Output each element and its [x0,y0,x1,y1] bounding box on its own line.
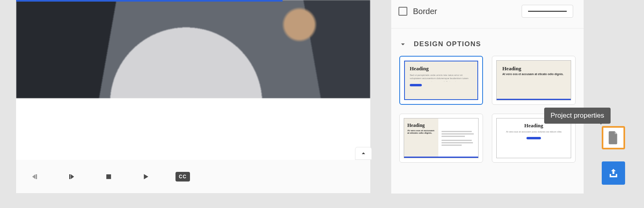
thumb-subtitle: At vero eos et accusam justo dolores ea … [502,131,565,133]
border-row: Border [391,0,584,29]
cc-icon: CC [175,172,190,181]
play-button[interactable] [138,169,153,184]
transport-bar: CC [16,160,370,193]
step-forward-button[interactable] [64,169,79,184]
design-option-2[interactable]: Heading At vero eos et accusam at eticat… [492,56,576,105]
selection-indicator [16,0,283,2]
project-properties-button[interactable] [602,126,625,149]
design-option-thumb: Heading At vero eos et accusam justo dol… [496,118,571,158]
thumb-underline [497,99,571,100]
border-style-line [528,11,567,12]
border-style-dropdown[interactable] [522,5,573,18]
thumb-button [526,137,541,139]
step-forward-icon [67,172,76,181]
slide-image-content [16,0,370,98]
share-button[interactable] [602,161,625,185]
design-options-title: DESIGN OPTIONS [414,40,481,48]
slide-image [16,0,370,98]
thumb-heading: Heading [407,122,435,128]
thumb-button [410,84,422,86]
border-option: Border [398,7,437,16]
stop-button[interactable] [101,169,116,184]
properties-panel: Border DESIGN OPTIONS Heading Sed ut per… [391,0,584,194]
svg-rect-2 [106,174,111,179]
slide-preview-area: CC [16,0,370,193]
svg-rect-0 [36,174,37,179]
thumb-heading: Heading [410,65,473,72]
play-icon [141,172,150,181]
thumb-heading: Heading [502,65,565,72]
right-rail: Project properties [590,95,625,185]
svg-rect-1 [69,174,70,179]
design-option-1[interactable]: Heading Sed ut perspiciatis unde omnis i… [399,56,483,105]
project-properties-tooltip: Project properties [544,108,611,124]
thumb-subtitle: At vero eos et accusam at eticato odio d… [502,73,565,75]
design-option-thumb: Heading At vero eos et accusam at eticat… [404,118,479,158]
document-icon [608,131,619,145]
tooltip-text: Project properties [551,112,604,119]
border-label: Border [413,7,437,16]
border-checkbox[interactable] [398,7,407,16]
stop-icon [105,173,113,181]
thumb-text: Sed ut perspiciatis unde omnis iste natu… [410,73,473,82]
share-icon [608,167,619,179]
thumb-subtitle: At vero eos et accusam at eticato odio d… [407,129,435,134]
chevron-up-icon [359,149,367,157]
design-option-thumb: Heading Sed ut perspiciatis unde omnis i… [404,61,478,100]
expand-panel-button[interactable] [355,147,372,160]
closed-captions-button[interactable]: CC [175,169,190,184]
app-root: CC Border DESIGN OPTIONS Heading Sed ut … [0,0,644,208]
design-option-3[interactable]: Heading At vero eos et accusam at eticat… [399,114,483,163]
thumb-underline [404,157,478,158]
chevron-down-icon [398,40,407,49]
design-option-thumb: Heading At vero eos et accusam at eticat… [496,60,571,100]
step-back-icon [30,172,39,181]
design-options-header[interactable]: DESIGN OPTIONS [391,29,584,56]
step-back-button[interactable] [27,169,42,184]
